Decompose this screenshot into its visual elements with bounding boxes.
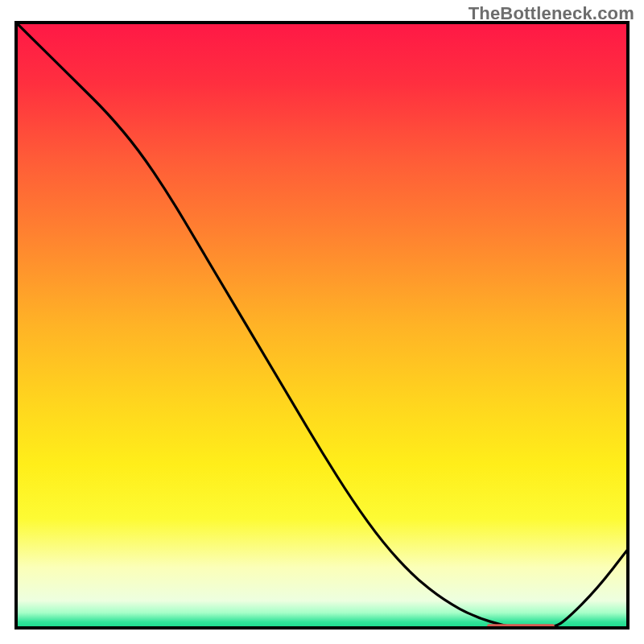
- chart-svg: [0, 0, 644, 644]
- chart-container: TheBottleneck.com: [0, 0, 644, 644]
- watermark-text: TheBottleneck.com: [469, 3, 634, 24]
